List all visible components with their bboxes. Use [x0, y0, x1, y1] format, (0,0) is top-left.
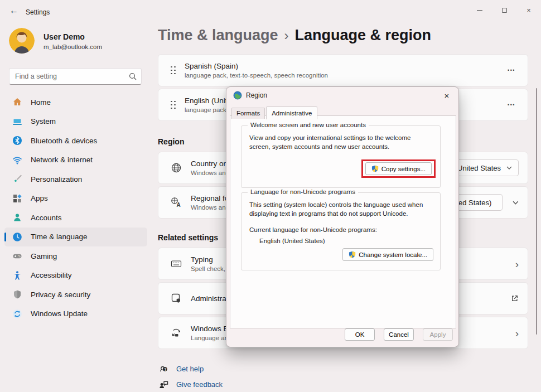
external-link-icon — [511, 294, 519, 302]
accessibility-icon — [12, 270, 23, 281]
region-dialog: Region × Formats Administrative Welcome … — [226, 86, 459, 347]
non-unicode-groupbox: Language for non-Unicode programs This s… — [241, 192, 441, 270]
sidebar-item-label: Accounts — [31, 214, 62, 222]
expand-chevron-icon[interactable] — [513, 201, 519, 205]
sidebar-item-label: Home — [31, 98, 51, 107]
maximize-button[interactable] — [492, 0, 516, 20]
sidebar-item-apps[interactable]: Apps — [4, 189, 147, 209]
apps-icon — [12, 193, 23, 204]
language-title: Spanish (Spain) — [185, 62, 328, 70]
copy-settings-label: Copy settings... — [381, 166, 426, 172]
sidebar-item-label: Privacy & security — [31, 291, 90, 299]
country-dropdown[interactable]: United States — [451, 159, 519, 176]
country-dropdown-value: United States — [457, 164, 501, 172]
get-help-link[interactable]: ? Get help — [159, 364, 204, 374]
avatar[interactable] — [9, 28, 35, 54]
current-language-value: English (United States) — [259, 238, 325, 244]
chevron-down-icon — [506, 166, 512, 170]
dialog-titlebar[interactable]: Region × — [226, 87, 458, 104]
tab-administrative[interactable]: Administrative — [266, 107, 317, 119]
settings-window: ← Settings × User Demo m_lab@outlook.com… — [0, 0, 541, 392]
breadcrumb: Time & language › Language & region — [158, 27, 431, 44]
give-feedback-link[interactable]: Give feedback — [159, 380, 223, 389]
search-box — [9, 68, 142, 85]
uac-shield-icon — [371, 165, 379, 172]
admin-settings-icon — [171, 293, 182, 304]
tab-formats[interactable]: Formats — [231, 108, 265, 119]
sidebar-item-label: Windows Update — [31, 309, 88, 318]
sidebar-item-time-language[interactable]: Time & language — [4, 228, 147, 247]
user-name: User Demo — [44, 32, 85, 41]
give-feedback-label: Give feedback — [176, 380, 223, 389]
sidebar-item-accounts[interactable]: Accounts — [4, 208, 147, 228]
scrollbar[interactable] — [536, 88, 537, 335]
drag-handle-icon[interactable] — [171, 101, 176, 109]
time-language-icon — [12, 231, 23, 243]
highlight-box: Copy settings... — [361, 159, 436, 178]
sidebar-item-windows-update[interactable]: Windows Update — [4, 304, 147, 324]
breadcrumb-separator-icon: › — [284, 28, 289, 43]
more-options-button[interactable]: ••• — [504, 64, 519, 76]
dialog-tabs: Formats Administrative — [231, 106, 318, 119]
sidebar-item-privacy[interactable]: Privacy & security — [4, 285, 147, 304]
regional-format-icon: A — [171, 197, 182, 208]
administrative-tab-page: Welcome screen and new user accounts Vie… — [230, 115, 456, 328]
breadcrumb-parent[interactable]: Time & language — [158, 27, 278, 44]
sidebar-item-label: Network & internet — [31, 156, 93, 164]
chevron-right-icon: › — [515, 259, 519, 269]
bluetooth-icon — [12, 135, 23, 146]
welcome-group-legend: Welcome screen and new user accounts — [248, 122, 369, 128]
gaming-icon — [12, 250, 23, 262]
dialog-title: Region — [246, 91, 267, 99]
related-settings-heading: Related settings — [158, 233, 218, 242]
sidebar-item-label: System — [31, 117, 56, 125]
app-title: Settings — [26, 8, 50, 16]
copy-settings-button[interactable]: Copy settings... — [365, 162, 432, 175]
sidebar-item-system[interactable]: System — [4, 112, 147, 132]
search-icon — [129, 72, 137, 80]
ok-button[interactable]: OK — [345, 328, 375, 341]
more-options-button[interactable]: ••• — [504, 99, 519, 111]
maximize-icon — [502, 8, 507, 13]
back-button[interactable]: ← — [6, 3, 22, 18]
sidebar-item-accessibility[interactable]: Accessibility — [4, 266, 147, 285]
dialog-footer: OK Cancel Apply — [345, 328, 453, 341]
get-help-icon: ? — [159, 364, 168, 374]
change-system-locale-label: Change system locale... — [359, 251, 427, 258]
windows-update-icon — [12, 308, 23, 320]
search-input[interactable] — [15, 72, 129, 80]
cancel-button[interactable]: Cancel — [384, 328, 414, 341]
network-icon — [12, 154, 23, 166]
sidebar-item-gaming[interactable]: Gaming — [4, 246, 147, 266]
unicode-group-legend: Language for non-Unicode programs — [248, 188, 358, 195]
welcome-group-description: View and copy your international setting… — [249, 133, 432, 151]
language-subtitle: language pack, text-to-speech, speech re… — [185, 72, 328, 79]
current-language-label: Current language for non-Unicode program… — [249, 226, 377, 233]
minimize-button[interactable] — [467, 0, 492, 20]
language-row-spanish: Spanish (Spain) language pack, text-to-s… — [158, 54, 528, 86]
close-button[interactable]: × — [516, 0, 541, 20]
chevron-right-icon: › — [515, 328, 519, 338]
sidebar-item-personalization[interactable]: Personalization — [4, 170, 147, 189]
minimize-icon — [477, 10, 482, 11]
unicode-group-description: This setting (system locale) controls th… — [249, 200, 432, 218]
accounts-icon — [12, 212, 23, 223]
sidebar-item-home[interactable]: Home — [4, 93, 147, 112]
privacy-shield-icon — [12, 289, 23, 300]
sidebar-item-network[interactable]: Network & internet — [4, 151, 147, 170]
sidebar-item-label: Apps — [31, 194, 48, 202]
give-feedback-icon — [159, 380, 168, 389]
change-system-locale-button[interactable]: Change system locale... — [342, 248, 433, 261]
user-email: m_lab@outlook.com — [44, 43, 102, 50]
sidebar-item-label: Bluetooth & devices — [31, 137, 97, 145]
svg-text:?: ? — [164, 367, 166, 372]
drag-handle-icon[interactable] — [171, 66, 176, 75]
backup-icon — [171, 327, 182, 338]
sidebar-item-bluetooth[interactable]: Bluetooth & devices — [4, 131, 147, 151]
sidebar-item-label: Time & language — [31, 233, 88, 241]
dialog-close-button[interactable]: × — [439, 89, 454, 102]
region-dialog-icon — [233, 91, 242, 100]
uac-shield-icon — [349, 251, 356, 258]
welcome-screen-groupbox: Welcome screen and new user accounts Vie… — [241, 125, 441, 188]
apply-button[interactable]: Apply — [423, 328, 453, 341]
